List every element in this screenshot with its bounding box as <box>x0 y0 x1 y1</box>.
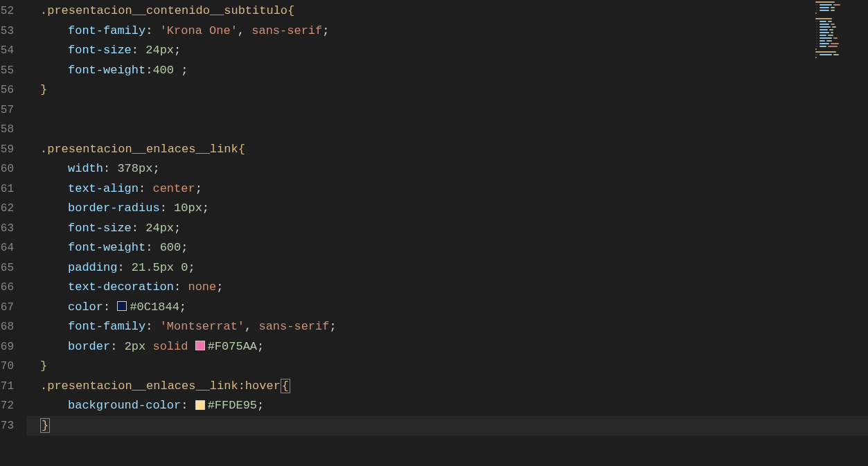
token-kw: sans-serif <box>251 24 322 37</box>
token-prop: border-radius <box>68 201 160 215</box>
code-line[interactable]: width: 378px; <box>26 159 868 179</box>
code-line[interactable]: text-decoration: none; <box>26 278 868 298</box>
token-kw: center <box>152 182 195 195</box>
token-num: 400 <box>152 64 174 77</box>
token-punct: ; <box>257 340 264 353</box>
token-prop: font-family <box>68 24 145 37</box>
token-num: 378px <box>117 162 152 175</box>
token-colon: : <box>145 320 159 333</box>
color-swatch[interactable] <box>195 400 205 410</box>
line-number: 71 <box>0 377 14 397</box>
token-str: 'Krona One' <box>160 24 238 37</box>
line-number: 63 <box>0 219 14 239</box>
code-line[interactable]: .presentacion__enlaces__link:hover{ <box>26 377 868 397</box>
code-line[interactable]: font-size: 24px; <box>26 219 868 239</box>
token-punct <box>188 340 195 353</box>
token-punct: ; <box>202 201 209 215</box>
code-line[interactable]: } <box>26 80 868 100</box>
line-number: 66 <box>0 278 14 298</box>
code-line[interactable] <box>26 100 868 120</box>
line-number-gutter: 5253545556575859606162636465666768697071… <box>0 0 26 466</box>
token-num: 0 <box>181 261 188 274</box>
token-punct: ; <box>329 320 336 333</box>
code-line[interactable]: background-color: #FFDE95; <box>26 396 868 416</box>
line-number: 57 <box>0 100 14 120</box>
token-punct: ; <box>322 24 329 37</box>
code-line[interactable]: color: #0C1844; <box>26 298 868 318</box>
line-number: 69 <box>0 337 14 357</box>
token-prop: color <box>68 301 103 314</box>
token-prop: text-align <box>68 182 139 195</box>
token-num: 24px <box>145 222 174 235</box>
code-line[interactable]: border-radius: 10px; <box>26 199 868 219</box>
token-brace: } <box>40 83 47 96</box>
token-selector: .presentacion__contenido__subtitulo <box>40 4 287 17</box>
token-brace: } <box>40 359 47 373</box>
token-num: 2px <box>125 340 146 353</box>
token-num: 600 <box>160 241 181 254</box>
token-brace: { <box>287 4 294 17</box>
token-punct <box>145 340 152 353</box>
token-prop: font-size <box>68 222 132 235</box>
line-number: 59 <box>0 140 14 160</box>
token-num: 24px <box>145 44 174 57</box>
code-area[interactable]: .presentacion__contenido__subtitulo{font… <box>26 0 868 466</box>
token-colon: : <box>110 340 124 353</box>
code-line[interactable]: .presentacion__enlaces__link{ <box>26 140 868 160</box>
token-colon: : <box>145 24 159 37</box>
token-punct: ; <box>257 399 264 412</box>
code-line[interactable] <box>26 120 868 140</box>
token-colon: : <box>117 261 131 274</box>
line-number: 58 <box>0 120 14 140</box>
token-colon: : <box>132 222 145 235</box>
line-number: 67 <box>0 298 14 318</box>
token-selector: .presentacion__enlaces__link:hover <box>40 379 281 393</box>
code-line[interactable]: padding: 21.5px 0; <box>26 258 868 278</box>
code-line[interactable]: font-weight:400 ; <box>26 61 868 81</box>
line-number: 56 <box>0 80 14 100</box>
token-brace: { <box>238 143 245 156</box>
token-brace: } <box>40 418 50 433</box>
token-punct <box>174 261 181 274</box>
token-punct: , <box>238 24 251 37</box>
token-num: #FFDE95 <box>208 399 257 412</box>
line-number: 68 <box>0 317 14 337</box>
token-prop: background-color <box>68 399 181 412</box>
code-line[interactable]: font-weight: 600; <box>26 238 868 258</box>
token-str: 'Montserrat' <box>160 320 245 333</box>
code-line[interactable]: } <box>26 416 868 436</box>
line-number: 61 <box>0 179 14 199</box>
line-number: 55 <box>0 61 14 81</box>
token-colon: : <box>145 241 159 254</box>
code-line[interactable]: font-family: 'Krona One', sans-serif; <box>26 21 868 42</box>
token-prop: font-family <box>68 320 145 333</box>
token-prop: font-weight <box>68 64 145 77</box>
token-prop: width <box>68 162 103 175</box>
token-colon: : <box>174 280 188 294</box>
token-prop: font-weight <box>68 241 145 254</box>
code-line[interactable]: } <box>26 357 868 377</box>
line-number: 65 <box>0 258 14 278</box>
code-line[interactable]: text-align: center; <box>26 179 868 199</box>
token-colon: : <box>145 64 152 77</box>
code-line[interactable]: border: 2px solid #F075AA; <box>26 337 868 357</box>
token-punct: ; <box>174 44 181 57</box>
color-swatch[interactable] <box>195 341 205 350</box>
token-kw: none <box>188 280 216 294</box>
token-colon: : <box>132 44 145 57</box>
line-number: 54 <box>0 41 14 61</box>
line-number: 73 <box>0 416 14 436</box>
color-swatch[interactable] <box>117 301 127 311</box>
line-number: 72 <box>0 396 14 416</box>
code-line[interactable]: font-size: 24px; <box>26 41 868 61</box>
code-line[interactable]: .presentacion__contenido__subtitulo{ <box>26 1 868 21</box>
code-editor[interactable]: 5253545556575859606162636465666768697071… <box>0 0 868 466</box>
token-punct: ; <box>174 222 181 235</box>
line-number: 52 <box>0 1 14 21</box>
token-num: 21.5px <box>132 261 174 274</box>
code-line[interactable]: font-family: 'Montserrat', sans-serif; <box>26 317 868 337</box>
token-prop: text-decoration <box>68 280 174 294</box>
line-number: 70 <box>0 357 14 377</box>
token-num: 10px <box>174 201 202 215</box>
token-colon: : <box>103 301 117 314</box>
